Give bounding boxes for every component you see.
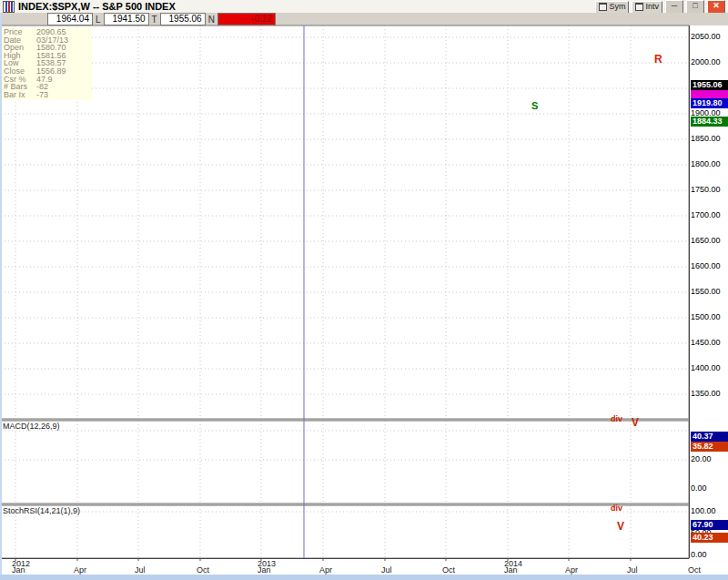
- cursor-info-panel: Price2090.65Date03/17/13Open1580.70High1…: [2, 27, 92, 100]
- annotation-v: V: [617, 520, 624, 533]
- info-row: Bar Ix-73: [4, 91, 92, 99]
- x-axis-month-label: Jul: [135, 565, 146, 575]
- axis-tick-label: 1750.00: [691, 185, 721, 194]
- price-macd-stoch-chart[interactable]: [0, 0, 728, 580]
- axis-value-badge: 40.23: [691, 533, 728, 543]
- annotation-s: S: [531, 100, 538, 111]
- window-bottom-border: [0, 575, 728, 580]
- axis-value-badge: 1919.80: [691, 98, 728, 108]
- annotation-div: div: [611, 414, 622, 423]
- axis-tick-label: 1850.00: [691, 134, 721, 143]
- x-axis-month-label: Apr: [565, 565, 578, 575]
- x-axis-month-label: Jan: [12, 565, 25, 575]
- axis-tick-label: 0.00: [691, 483, 707, 493]
- axis-tick-label: 1550.00: [691, 287, 721, 296]
- x-axis-month-label: Jul: [627, 565, 638, 575]
- axis-tick-label: 1650.00: [691, 236, 721, 245]
- x-axis-month-label: Jan: [258, 565, 271, 575]
- x-axis-month-label: Oct: [197, 565, 209, 575]
- chart-area[interactable]: [0, 0, 728, 580]
- x-axis-month-label: Apr: [319, 565, 332, 575]
- chart-window: INDEX:$SPX,W -- S&P 500 INDEX Sym Intv ─…: [0, 0, 728, 580]
- axis-tick-label: 1400.00: [691, 363, 721, 372]
- axis-tick-label: 20.00: [691, 454, 712, 463]
- axis-value-badge: 1884.33: [691, 117, 728, 127]
- axis-value-badge: 1955.06: [691, 80, 728, 90]
- x-axis-month-label: Apr: [74, 565, 86, 575]
- annotation-r: R: [654, 53, 662, 66]
- x-axis-month-label: Jan: [504, 565, 518, 575]
- x-axis-month-label: Oct: [442, 565, 455, 575]
- axis-tick-label: 1500.00: [691, 312, 721, 321]
- axis-value-badge: 40.37: [691, 432, 728, 442]
- annotation-v: V: [632, 416, 639, 429]
- axis-value-badge: 67.90: [691, 520, 728, 530]
- macd-panel-label: MACD(12,26,9): [3, 422, 60, 431]
- axis-tick-label: 1450.00: [691, 338, 721, 347]
- annotation-div: div: [611, 504, 622, 513]
- axis-tick-label: 1700.00: [691, 210, 721, 219]
- window-left-border: [0, 13, 2, 575]
- x-axis-month-label: Jul: [381, 565, 392, 575]
- axis-tick-label: 2050.00: [691, 32, 721, 41]
- axis-tick-label: 1600.00: [691, 261, 721, 270]
- x-axis-month-label: Oct: [688, 565, 701, 575]
- axis-tick-label: 2000.00: [691, 57, 721, 66]
- stoch-panel-label: StochRSI(14,21(1),9): [3, 506, 80, 515]
- axis-value-badge: 35.82: [691, 442, 728, 452]
- axis-tick-label: 1800.00: [691, 159, 721, 168]
- axis-tick-label: 1350.00: [691, 389, 721, 398]
- axis-tick-label: 0.00: [691, 550, 707, 559]
- axis-tick-label: 100.00: [691, 506, 716, 515]
